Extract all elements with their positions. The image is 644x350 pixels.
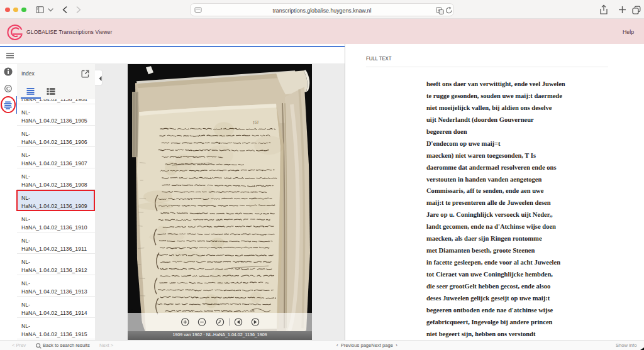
svg-text:A: A: [438, 8, 440, 12]
svg-text:151: 151: [253, 119, 259, 124]
